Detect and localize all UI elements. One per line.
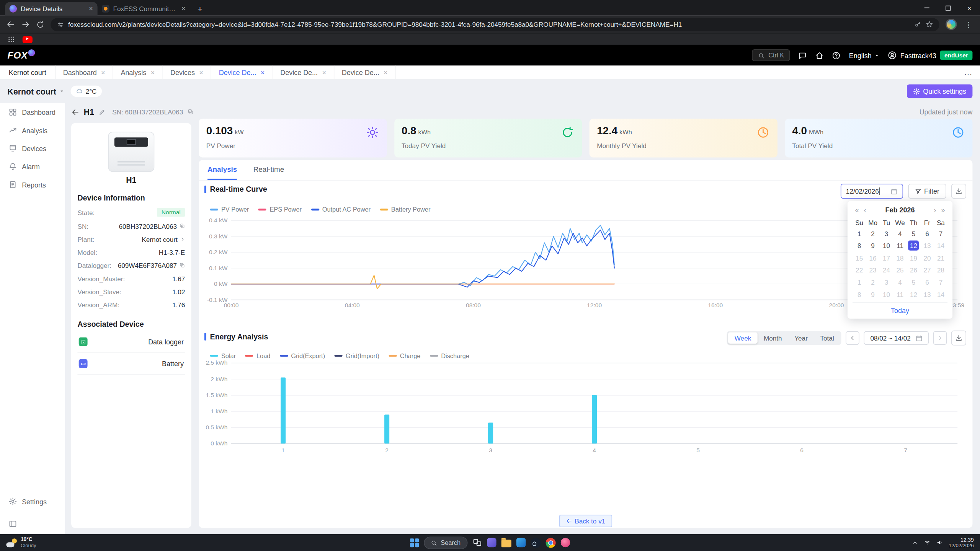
legend-pv-power[interactable]: PV Power xyxy=(210,206,249,213)
browser-tab-foxess-community[interactable]: FoxESS Community - Owners & × xyxy=(98,2,190,16)
legend-battery-power[interactable]: Battery Power xyxy=(380,206,430,213)
period-month[interactable]: Month xyxy=(758,333,788,344)
calendar-day-6[interactable]: 6 xyxy=(920,227,934,240)
apps-grid-icon[interactable] xyxy=(8,36,15,43)
taskbar-app-icon-1[interactable] xyxy=(487,538,496,547)
tab-real-time[interactable]: Real-time xyxy=(253,166,284,180)
chrome-icon[interactable] xyxy=(546,538,555,548)
calendar-day-2[interactable]: 2 xyxy=(866,227,879,240)
tab-close-icon[interactable]: × xyxy=(101,69,105,77)
nav-tab-device-de[interactable]: Device De...× xyxy=(334,65,396,79)
calendar-year[interactable]: 2026 xyxy=(899,206,915,214)
date-input[interactable]: 12/02/2026 xyxy=(840,184,903,199)
address-bar[interactable]: foxesscloud.com/v2/plants/deviceDetails?… xyxy=(51,18,939,31)
tab-close-icon[interactable]: × xyxy=(199,69,203,77)
copy-icon[interactable] xyxy=(188,109,194,115)
prev-year-button[interactable]: « xyxy=(854,206,860,214)
bar-solar-day-2[interactable] xyxy=(384,414,389,443)
download-button[interactable] xyxy=(951,184,966,199)
associated-device-data-logger[interactable]: Data logger xyxy=(77,331,185,353)
volume-icon[interactable] xyxy=(936,539,943,546)
calendar-day-8[interactable]: 8 xyxy=(853,240,866,252)
edit-icon[interactable] xyxy=(98,108,105,115)
taskbar-app-icon-2[interactable] xyxy=(516,538,525,547)
copy-icon[interactable] xyxy=(180,262,185,268)
legend-output-ac-power[interactable]: Output AC Power xyxy=(311,206,371,213)
nav-tab-devices[interactable]: Devices× xyxy=(163,65,211,79)
legend-discharge[interactable]: Discharge xyxy=(430,352,469,359)
user-menu[interactable]: Fasttrack43 endUser xyxy=(887,51,973,60)
calendar-day-4[interactable]: 4 xyxy=(893,227,906,240)
nav-tab-analysis[interactable]: Analysis× xyxy=(113,65,163,79)
tab-close-icon[interactable]: × xyxy=(384,69,388,77)
legend-eps-power[interactable]: EPS Power xyxy=(258,206,302,213)
browser-profile-avatar[interactable] xyxy=(946,19,957,30)
tab-close-icon[interactable]: × xyxy=(89,4,93,13)
sidebar-item-settings[interactable]: Settings xyxy=(0,492,65,510)
quick-settings-button[interactable]: Quick settings xyxy=(907,84,973,98)
nav-tab-device-de[interactable]: Device De...× xyxy=(211,65,273,79)
calendar-day-10[interactable]: 10 xyxy=(880,240,893,252)
more-tabs-button[interactable]: ... xyxy=(957,68,980,77)
taskbar-widgets[interactable]: 10°C Cloudy xyxy=(0,534,42,551)
calendar-day-5[interactable]: 5 xyxy=(907,227,920,240)
taskbar-app-icon-3[interactable] xyxy=(560,538,570,547)
today-button[interactable]: Today xyxy=(891,307,909,315)
browser-tab-device-details[interactable]: Device Details × xyxy=(5,2,98,16)
calendar-month[interactable]: Feb xyxy=(885,206,898,214)
tab-analysis[interactable]: Analysis xyxy=(207,166,237,180)
browser-reload-button[interactable] xyxy=(36,20,44,28)
steam-icon[interactable] xyxy=(531,538,541,548)
feedback-icon[interactable] xyxy=(799,51,807,60)
sidebar-item-analysis[interactable]: Analysis xyxy=(0,121,65,139)
plant-selector[interactable]: Kernot court xyxy=(8,86,65,96)
tray-expand-icon[interactable] xyxy=(912,540,918,546)
filter-button[interactable]: Filter xyxy=(908,184,946,199)
prev-month-button[interactable]: ‹ xyxy=(862,206,867,214)
youtube-bookmark-icon[interactable] xyxy=(23,36,33,43)
browser-menu-icon[interactable]: ⋮ xyxy=(963,20,974,29)
browser-back-button[interactable] xyxy=(6,20,15,29)
prev-range-button[interactable] xyxy=(846,331,860,345)
calendar-day-9[interactable]: 9 xyxy=(866,240,879,252)
associated-device-battery[interactable]: Battery xyxy=(77,353,185,375)
next-month-button[interactable]: › xyxy=(933,206,938,214)
home-icon[interactable] xyxy=(815,51,824,60)
language-selector[interactable]: English xyxy=(849,52,879,59)
window-maximize-button[interactable] xyxy=(938,0,959,16)
legend-charge[interactable]: Charge xyxy=(389,352,420,359)
back-button[interactable] xyxy=(71,108,79,116)
bar-solar-day-1[interactable] xyxy=(281,377,286,443)
file-explorer-icon[interactable] xyxy=(501,540,511,547)
legend-load[interactable]: Load xyxy=(245,352,271,359)
foxess-logo[interactable]: FOX xyxy=(8,50,35,61)
help-icon[interactable] xyxy=(832,51,841,60)
date-range-input[interactable]: 08/02 ~ 14/02 xyxy=(864,331,929,345)
sidebar-collapse-icon[interactable] xyxy=(9,520,17,528)
nav-tab-dashboard[interactable]: Dashboard× xyxy=(56,65,113,79)
period-week[interactable]: Week xyxy=(728,333,757,344)
nav-tab-device-de[interactable]: Device De...× xyxy=(273,65,335,79)
bookmark-star-icon[interactable] xyxy=(926,21,933,28)
taskbar-search[interactable]: Search xyxy=(424,536,467,549)
tab-close-icon[interactable]: × xyxy=(181,4,185,13)
calendar-day-11[interactable]: 11 xyxy=(893,240,906,252)
browser-forward-button[interactable] xyxy=(21,20,30,29)
legend-grid-export[interactable]: Grid(Export) xyxy=(280,352,325,359)
chevron-right-icon[interactable] xyxy=(180,236,185,241)
copy-icon[interactable] xyxy=(180,223,185,229)
bar-solar-day-3[interactable] xyxy=(488,422,493,443)
legend-grid-import[interactable]: Grid(Import) xyxy=(335,352,379,359)
calendar-day-3[interactable]: 3 xyxy=(880,227,893,240)
nav-tab-kernot-court[interactable]: Kernot court xyxy=(0,65,56,79)
password-manager-icon[interactable] xyxy=(915,21,921,28)
next-range-button[interactable] xyxy=(933,331,947,345)
sidebar-item-alarm[interactable]: Alarm xyxy=(0,157,65,175)
new-tab-button[interactable]: + xyxy=(193,2,207,16)
next-year-button[interactable]: » xyxy=(940,206,946,214)
tab-close-icon[interactable]: × xyxy=(151,69,155,77)
wifi-icon[interactable] xyxy=(924,539,931,546)
task-view-button[interactable] xyxy=(472,538,482,547)
window-close-button[interactable]: × xyxy=(959,0,980,16)
start-button[interactable] xyxy=(410,538,419,547)
